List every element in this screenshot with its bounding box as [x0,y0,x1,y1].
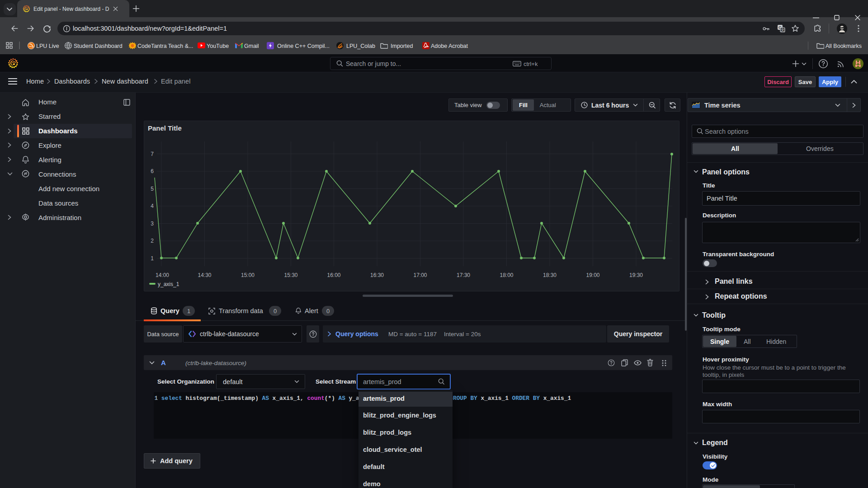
svg-text:19:30: 19:30 [629,272,643,278]
svg-text:16:30: 16:30 [370,272,384,278]
svg-text:15:30: 15:30 [284,272,297,278]
svg-text:2: 2 [151,238,154,244]
svg-text:17:30: 17:30 [457,272,470,278]
svg-text:19:00: 19:00 [586,272,599,278]
svg-text:1: 1 [151,255,154,262]
svg-text:14:30: 14:30 [198,272,211,278]
svg-text:15:00: 15:00 [241,272,255,278]
svg-text:17:00: 17:00 [413,272,427,278]
svg-text:5: 5 [151,186,154,192]
svg-text:18:00: 18:00 [500,272,513,278]
svg-text:7: 7 [151,151,154,157]
svg-text:4: 4 [151,203,154,209]
svg-text:文: 文 [781,28,784,32]
svg-text:14:00: 14:00 [156,272,169,278]
svg-text:18:30: 18:30 [543,272,557,278]
svg-text:16:00: 16:00 [327,272,340,278]
svg-text:6: 6 [151,168,154,174]
svg-text:3: 3 [151,221,154,227]
svg-text:y_axis_1: y_axis_1 [158,281,179,287]
